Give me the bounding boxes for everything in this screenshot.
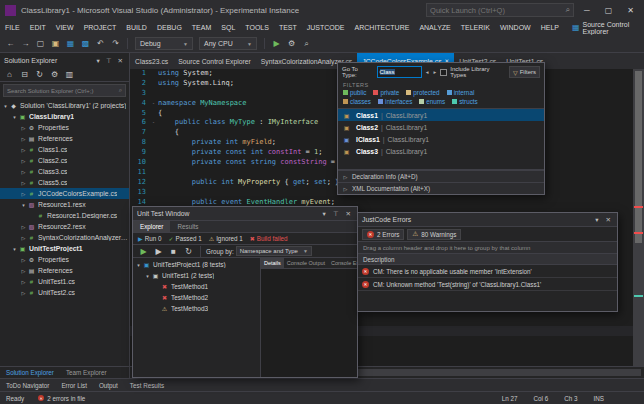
menu-item-architecture[interactable]: ARCHITECTURE	[350, 20, 415, 35]
expander-icon[interactable]: ▷	[20, 290, 27, 296]
solution-tree-item[interactable]: ▷⚙Properties	[0, 254, 129, 265]
editor-tab[interactable]: Source Control Explorer	[173, 53, 256, 69]
include-library-types-checkbox[interactable]	[440, 69, 447, 76]
sync-icon[interactable]: ↻	[33, 70, 46, 79]
menu-item-view[interactable]: VIEW	[51, 20, 79, 35]
refresh-icon[interactable]: ↻	[182, 247, 195, 256]
panel-tab-output[interactable]: Output	[93, 379, 124, 391]
test-tree-item[interactable]: ⚠TestMethod3	[133, 303, 260, 314]
forward-icon[interactable]: →	[19, 39, 32, 48]
expander-icon[interactable]: ▷	[20, 136, 27, 142]
test-tree-item[interactable]: ✖TestMethod1	[133, 281, 260, 292]
new-file-icon[interactable]: ▢	[34, 39, 47, 48]
solution-tree-item[interactable]: ▷#Class1.cs	[0, 144, 129, 155]
expander-icon[interactable]: ▷	[20, 257, 27, 263]
menu-item-telerik[interactable]: TELERIK	[456, 20, 495, 35]
save-icon[interactable]: ▦	[64, 39, 77, 48]
solution-search-input[interactable]: Search Solution Explorer (Ctrl+;) ⌕	[3, 84, 126, 97]
filter-structs[interactable]: structs	[452, 98, 478, 105]
menu-item-file[interactable]: FILE	[0, 20, 25, 35]
close-icon[interactable]: ✕	[344, 210, 353, 218]
menu-item-window[interactable]: WINDOW	[495, 20, 536, 35]
pin-icon[interactable]: ⊤	[331, 210, 341, 218]
panel-tab-test-results[interactable]: Test Results	[124, 379, 170, 391]
previous-result-icon[interactable]: ◂	[425, 69, 430, 75]
menu-item-project[interactable]: PROJECT	[79, 20, 122, 35]
home-icon[interactable]: ⌂	[3, 70, 16, 79]
filter-classes[interactable]: classes	[343, 98, 371, 105]
detail-tab-console-output[interactable]: Console Output	[284, 258, 328, 268]
quick-launch-input[interactable]	[430, 6, 563, 15]
expander-icon[interactable]: ▷	[20, 180, 27, 186]
solution-tree-item[interactable]: ▷#UnitTest1.cs	[0, 276, 129, 287]
menu-item-justcode[interactable]: JUSTCODE	[302, 20, 350, 35]
platform-dropdown[interactable]: Any CPU ▼	[199, 37, 257, 50]
scrollbar-thumb[interactable]	[635, 71, 642, 243]
file-errors-status[interactable]: ✕ 2 errors in file	[38, 395, 85, 402]
expander-icon[interactable]: ▾	[2, 103, 9, 109]
close-icon[interactable]: ✕	[116, 57, 125, 65]
window-position-icon[interactable]: ▾	[593, 216, 600, 224]
properties-icon[interactable]: ⚙	[48, 70, 61, 79]
errors-toggle-button[interactable]: ✕ 2 Errors	[362, 229, 404, 240]
group-by-dropdown[interactable]: Namespace and Type ▼	[236, 246, 312, 256]
close-button[interactable]: ✕	[622, 6, 639, 15]
expander-icon[interactable]: ▷	[20, 147, 27, 153]
editor-tab[interactable]: Class23.cs	[130, 53, 173, 69]
preview-icon[interactable]: ▥	[63, 70, 76, 79]
test-tree-item[interactable]: ▾▣UnitTestProject1 (8 tests)	[133, 259, 260, 270]
goto-result-item[interactable]: ▣Class2|ClassLibrary1	[338, 121, 544, 133]
filter-interfaces[interactable]: interfaces	[378, 98, 412, 105]
collapse-all-icon[interactable]: ⊟	[18, 70, 31, 79]
fold-marker[interactable]: -	[149, 118, 158, 128]
panel-tab-error-list[interactable]: Error List	[55, 379, 93, 391]
collapsed-section[interactable]: ▷XML Documentation (Alt+X)	[338, 182, 544, 194]
menu-item-debug[interactable]: DEBUG	[152, 20, 187, 35]
goto-result-item[interactable]: ▣IClass1|ClassLibrary1	[338, 133, 544, 145]
group-drop-zone[interactable]: Drag a column header and drop it here to…	[358, 242, 617, 254]
solution-tree-item[interactable]: ▾▧Resource1.resx	[0, 199, 129, 210]
test-tree-item[interactable]: ▾▣UnitTest1 (2 tests)	[133, 270, 260, 281]
menu-item-tools[interactable]: TOOLS	[240, 20, 274, 35]
solution-tree-item[interactable]: ▾▣UnitTestProject1	[0, 243, 129, 254]
expander-icon[interactable]: ▾	[11, 246, 18, 252]
error-row[interactable]: ✕CM: Unknown method 'Test(string)' of 'C…	[358, 278, 617, 291]
description-column-header[interactable]: Description	[358, 254, 617, 265]
save-all-icon[interactable]: ▩	[79, 39, 92, 48]
detail-tab-details[interactable]: Details	[261, 258, 284, 268]
expander-icon[interactable]: ▾	[135, 262, 142, 268]
solution-tree-item[interactable]: ▷▤References	[0, 265, 129, 276]
tab-explorer[interactable]: Explorer	[133, 221, 170, 232]
menu-item-analyze[interactable]: ANALYZE	[414, 20, 455, 35]
filter-private[interactable]: private	[373, 89, 399, 96]
panel-tab-todo-navigator[interactable]: ToDo Navigator	[0, 379, 55, 391]
test-tree-item[interactable]: ✖TestMethod2	[133, 292, 260, 303]
minimize-button[interactable]: ─	[579, 6, 595, 15]
sidebar-tab-solution-explorer[interactable]: Solution Explorer	[0, 367, 60, 378]
fold-marker[interactable]: -	[149, 99, 158, 109]
window-position-icon[interactable]: ▾	[321, 210, 328, 218]
menu-item-team[interactable]: TEAM	[187, 20, 216, 35]
goto-result-item[interactable]: ▣Class3|ClassLibrary1	[338, 145, 544, 157]
solution-tree-item[interactable]: ▾▣ClassLibrary1	[0, 111, 129, 122]
expander-icon[interactable]: ▷	[20, 169, 27, 175]
filters-button[interactable]: ▽ Filters	[509, 66, 540, 78]
open-file-icon[interactable]: ▣	[49, 39, 62, 48]
redo-icon[interactable]: ↷	[109, 39, 122, 48]
next-result-icon[interactable]: ▸	[432, 69, 437, 75]
expander-icon[interactable]: ▾	[20, 202, 27, 208]
detail-tab-console-errors[interactable]: Console Errors	[328, 258, 357, 268]
undo-icon[interactable]: ↶	[94, 39, 107, 48]
solution-tree-item[interactable]: ▷#Class2.cs	[0, 155, 129, 166]
expander-icon[interactable]: ▷	[20, 268, 27, 274]
source-control-explorer-button[interactable]: ▦ Source Control Explorer	[564, 21, 644, 35]
find-icon[interactable]: ⌕	[300, 39, 313, 49]
run-all-icon[interactable]: ▶	[137, 247, 150, 256]
expander-icon[interactable]: ▷	[20, 191, 27, 197]
expander-icon[interactable]: ▷	[20, 158, 27, 164]
stop-icon[interactable]: ■	[167, 247, 180, 256]
build-icon[interactable]: ⚙	[285, 39, 298, 49]
window-position-icon[interactable]: ▾	[95, 57, 102, 65]
solution-tree-item[interactable]: ▷⚙Properties	[0, 122, 129, 133]
menu-item-test[interactable]: TEST	[274, 20, 302, 35]
